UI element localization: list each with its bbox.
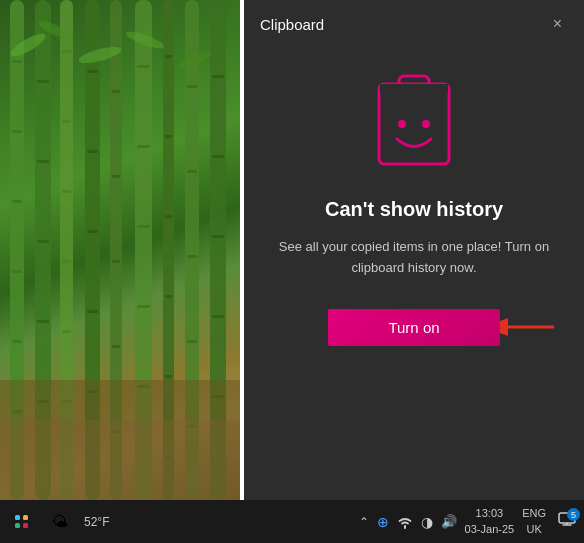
svg-rect-22 — [87, 150, 98, 153]
cant-show-heading: Can't show history — [325, 198, 503, 221]
svg-rect-71 — [15, 515, 20, 520]
turn-on-wrapper: Turn on — [328, 309, 499, 346]
desktop-background — [0, 0, 240, 500]
svg-point-68 — [422, 120, 430, 128]
language-region[interactable]: ENG UK — [522, 506, 546, 537]
svg-rect-16 — [62, 190, 71, 193]
svg-rect-27 — [112, 90, 120, 93]
svg-rect-58 — [0, 420, 240, 500]
svg-rect-9 — [37, 160, 49, 163]
svg-rect-39 — [165, 55, 172, 58]
svg-rect-73 — [23, 515, 28, 520]
notification-badge: 5 — [567, 508, 580, 521]
clock-date: 03-Jan-25 — [465, 522, 515, 537]
svg-rect-47 — [187, 170, 197, 173]
temperature-display: 52°F — [84, 515, 109, 529]
svg-rect-54 — [212, 235, 224, 238]
svg-rect-65 — [379, 84, 449, 164]
arrow-annotation — [500, 313, 555, 341]
turn-on-button[interactable]: Turn on — [328, 309, 499, 346]
svg-point-67 — [398, 120, 406, 128]
svg-rect-29 — [112, 260, 120, 263]
panel-header: Clipboard × — [244, 0, 584, 44]
moon-icon[interactable]: ◑ — [421, 514, 433, 530]
svg-rect-43 — [165, 375, 172, 378]
svg-rect-49 — [187, 340, 197, 343]
svg-rect-40 — [165, 135, 172, 138]
taskbar-right: ⌃ ⊕ ◑ 🔊 13:03 03-Jan-25 ENG UK — [359, 506, 576, 537]
svg-rect-21 — [87, 70, 98, 73]
svg-rect-17 — [62, 260, 71, 263]
svg-rect-11 — [37, 320, 49, 323]
svg-rect-55 — [212, 315, 224, 318]
clipboard-panel: Clipboard × Can't show history See — [244, 0, 584, 500]
svg-rect-28 — [112, 175, 120, 178]
svg-rect-18 — [62, 330, 71, 333]
svg-rect-66 — [380, 84, 448, 94]
clock-time: 13:03 — [465, 506, 515, 521]
svg-rect-35 — [137, 225, 150, 228]
svg-rect-30 — [112, 345, 120, 348]
svg-rect-3 — [12, 200, 22, 203]
svg-rect-23 — [87, 230, 98, 233]
svg-rect-24 — [87, 310, 98, 313]
country-code: UK — [522, 522, 546, 537]
network-shield-icon[interactable]: ⊕ — [377, 514, 389, 530]
svg-rect-53 — [212, 155, 224, 158]
language-code: ENG — [522, 506, 546, 521]
panel-title: Clipboard — [260, 16, 324, 33]
close-button[interactable]: × — [547, 14, 568, 34]
svg-rect-4 — [12, 270, 22, 273]
slack-icon[interactable] — [8, 508, 36, 536]
svg-rect-33 — [137, 65, 150, 68]
cant-show-description: See all your copied items in one place! … — [274, 237, 554, 279]
svg-rect-41 — [165, 215, 172, 218]
taskbar: 🌤 52°F ⌃ ⊕ ◑ 🔊 13:03 03-Jan-25 ENG UK — [0, 500, 584, 543]
notification-center[interactable]: 5 — [558, 512, 576, 531]
svg-rect-10 — [37, 240, 49, 243]
system-tray-chevron[interactable]: ⌃ — [359, 515, 369, 529]
svg-rect-2 — [12, 130, 22, 133]
wifi-icon[interactable] — [397, 515, 413, 529]
taskbar-clock[interactable]: 13:03 03-Jan-25 — [465, 506, 515, 537]
svg-rect-14 — [62, 50, 71, 53]
clipboard-smiley-icon — [369, 74, 459, 174]
svg-rect-15 — [62, 120, 71, 123]
svg-rect-74 — [23, 523, 28, 528]
svg-rect-46 — [187, 85, 197, 88]
svg-rect-42 — [165, 295, 172, 298]
svg-rect-36 — [137, 305, 150, 308]
svg-rect-5 — [12, 340, 22, 343]
svg-rect-52 — [212, 75, 224, 78]
volume-icon[interactable]: 🔊 — [441, 514, 457, 529]
clipboard-icon-wrapper — [369, 74, 459, 178]
svg-rect-34 — [137, 145, 150, 148]
taskbar-left: 🌤 52°F — [8, 508, 359, 536]
svg-rect-8 — [37, 80, 49, 83]
svg-rect-72 — [15, 523, 20, 528]
weather-icon[interactable]: 🌤 — [46, 508, 74, 536]
svg-rect-48 — [187, 255, 197, 258]
svg-rect-1 — [12, 60, 22, 63]
panel-content: Can't show history See all your copied i… — [244, 44, 584, 500]
